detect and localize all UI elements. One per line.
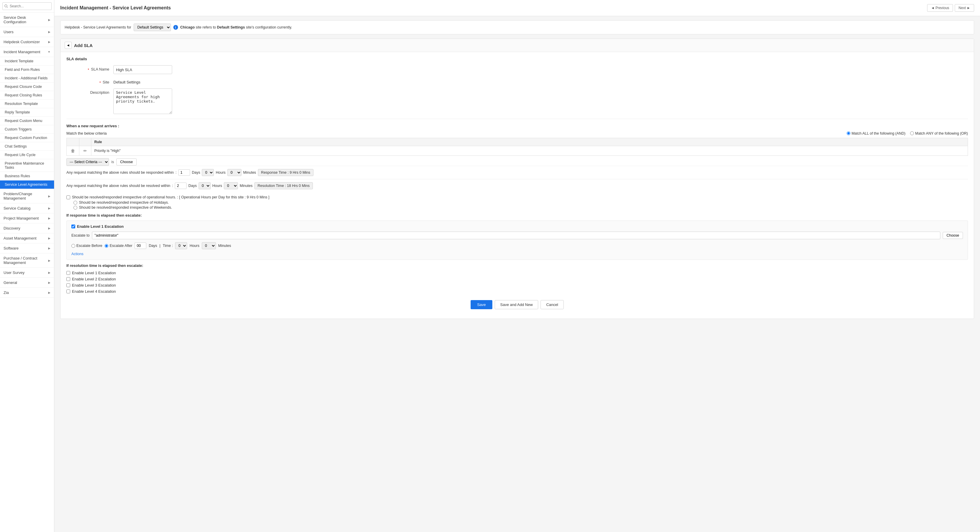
res-esc-checkbox-1[interactable] (67, 271, 70, 275)
sidebar-item-general[interactable]: General▶ (0, 278, 54, 288)
escalate-to-input[interactable] (92, 232, 940, 239)
res-esc-option-2[interactable]: Enable Level 2 Escalation (67, 277, 968, 281)
next-button[interactable]: Next ► (955, 4, 974, 12)
sidebar-item-service-desk-config[interactable]: Service Desk Configuration▶ (0, 13, 54, 27)
choose-criteria-button[interactable]: Choose (116, 158, 137, 166)
escalate-minutes-select[interactable]: 0153045 (202, 242, 216, 249)
hours-label-2: Hours (212, 184, 222, 188)
sidebar-item-preventive-maintenance[interactable]: Preventive Maintenance Tasks (0, 159, 54, 172)
sidebar-item-purchase-contract[interactable]: Purchase / Contract Management▶ (0, 253, 54, 268)
sla-name-input[interactable] (113, 65, 172, 74)
escalate-before-radio[interactable] (72, 244, 75, 248)
response-time-row: Any request matching the above rules sho… (67, 166, 968, 179)
search-input[interactable] (2, 2, 52, 10)
resolve-hours-select[interactable]: 01234 (199, 182, 211, 189)
form-footer: Save Save and Add New Cancel (67, 295, 968, 314)
match-any-option[interactable]: Match ANY of the following (OR) (910, 131, 968, 135)
res-esc-checkbox-2[interactable] (67, 277, 70, 281)
res-esc-label-1: Enable Level 1 Escalation (72, 271, 116, 275)
sidebar-item-chat-settings[interactable]: Chat Settings (0, 142, 54, 151)
sidebar-item-project-management[interactable]: Project Management▶ (0, 213, 54, 223)
escalate-after-label[interactable]: Escalate After (105, 244, 132, 248)
resolve-days-input[interactable] (175, 183, 186, 189)
sidebar-item-zia[interactable]: Zia▶ (0, 288, 54, 298)
resolve-minutes-select[interactable]: 0153045 (224, 182, 238, 189)
chevron-right-icon: ▶ (48, 291, 51, 294)
sidebar-item-problem-change-management[interactable]: Problem/Change Management▶ (0, 189, 54, 203)
match-any-radio[interactable] (910, 131, 914, 135)
actions-link[interactable]: Actions (72, 252, 83, 256)
escalate-before-label[interactable]: Escalate Before (72, 244, 102, 248)
sidebar-item-asset-management[interactable]: Asset Management▶ (0, 233, 54, 244)
sidebar-item-discovery[interactable]: Discovery▶ (0, 223, 54, 233)
sidebar-item-request-closing-rules[interactable]: Request Closing Rules (0, 91, 54, 100)
sidebar-item-incident-additional-fields[interactable]: Incident - Additional Fields (0, 74, 54, 83)
ops-holiday-radio[interactable] (73, 201, 77, 205)
sidebar-item-business-rules[interactable]: Business Rules (0, 172, 54, 180)
operational-hours-section: Should be resolved/responded irrespectiv… (67, 195, 968, 210)
response-minutes-select[interactable]: 0153045 (228, 169, 242, 176)
escalate-days-input[interactable] (135, 242, 146, 249)
previous-button[interactable]: ◄ Previous (927, 4, 953, 12)
sidebar-item-software[interactable]: Software▶ (0, 244, 54, 253)
site-dropdown[interactable]: Default Settings (134, 24, 171, 31)
res-esc-option-1[interactable]: Enable Level 1 Escalation (67, 271, 968, 275)
res-esc-checkbox-3[interactable] (67, 284, 70, 287)
sidebar-item-users[interactable]: Users▶ (0, 27, 54, 37)
sidebar-item-resolution-template[interactable]: Resolution Template (0, 100, 54, 108)
chevron-right-icon: ▶ (48, 207, 51, 210)
info-bar: Helpdesk - Service Level Agreements for … (60, 20, 974, 34)
site-value: Default Settings (113, 78, 140, 84)
sidebar-item-label: Users (3, 30, 14, 34)
ops-main-checkbox-label[interactable]: Should be resolved/responded irrespectiv… (67, 195, 968, 199)
site-label: • Site (67, 78, 113, 84)
main-content: Incident Management - Service Level Agre… (54, 0, 980, 532)
ops-main-checkbox[interactable] (67, 196, 70, 199)
sidebar-item-request-closure-code[interactable]: Request Closure Code (0, 83, 54, 91)
match-all-option[interactable]: Match ALL of the following (AND) (846, 131, 906, 135)
info-bold-text: Default Settings (217, 25, 245, 29)
save-button[interactable]: Save (471, 300, 492, 309)
match-all-radio[interactable] (846, 131, 850, 135)
choose-escalate-button[interactable]: Choose (943, 232, 963, 239)
res-esc-option-4[interactable]: Enable Level 4 Escalation (67, 289, 968, 294)
sidebar-item-helpdesk-customizer[interactable]: Helpdesk Customizer▶ (0, 37, 54, 47)
sidebar-item-service-catalog[interactable]: Service Catalog▶ (0, 203, 54, 213)
sidebar-item-reply-template[interactable]: Reply Template (0, 108, 54, 117)
rule-cell: Priority is "High" (91, 146, 968, 156)
save-and-add-button[interactable]: Save and Add New (495, 300, 538, 309)
sidebar-item-field-form-rules[interactable]: Field and Form Rules (0, 65, 54, 74)
response-hours-select[interactable]: 01234 (202, 169, 214, 176)
cancel-button[interactable]: Cancel (541, 300, 563, 309)
back-button[interactable]: ◄ (65, 42, 72, 49)
match-all-label: Match ALL of the following (AND) (852, 131, 906, 135)
sidebar-item-service-level-agreements[interactable]: Service Level Agreements (0, 180, 54, 189)
sidebar-item-custom-triggers[interactable]: Custom Triggers (0, 125, 54, 134)
response-days-input[interactable] (178, 169, 190, 176)
chevron-right-icon: ▶ (48, 271, 51, 274)
enable-level1-response-checkbox[interactable] (72, 225, 75, 228)
escalate-after-radio[interactable] (105, 244, 108, 248)
sidebar-item-incident-management[interactable]: Incident Management▼ (0, 47, 54, 57)
is-label: is (111, 160, 114, 164)
res-esc-checkbox-4[interactable] (67, 290, 70, 293)
info-bar-text: Chicago site refers to Default Settings … (180, 25, 292, 29)
sidebar-item-incident-template[interactable]: Incident Template (0, 57, 54, 65)
delete-criteria-button[interactable]: 🗑 (70, 148, 76, 154)
sidebar-item-request-custom-function[interactable]: Request Custom Function (0, 134, 54, 142)
sidebar-item-label: Resolution Template (5, 102, 38, 106)
select-criteria-dropdown[interactable]: --- Select Criteria --- (67, 158, 109, 166)
response-escalation-block: Enable Level 1 Escalation Escalate to Ch… (67, 220, 968, 260)
escalate-hours-select[interactable]: 012 (175, 242, 187, 249)
res-esc-option-3[interactable]: Enable Level 3 Escalation (67, 283, 968, 287)
sidebar-item-request-custom-menu[interactable]: Request Custom Menu (0, 117, 54, 125)
minutes-label-2: Minutes (240, 184, 253, 188)
main-card: ◄ Add SLA SLA details • SLA Name • (60, 38, 974, 319)
ops-weekend-radio[interactable] (73, 206, 77, 210)
sidebar-item-user-survey[interactable]: User Survey▶ (0, 268, 54, 278)
ops-holiday-label: Should be resolved/responded irrespectiv… (79, 201, 169, 205)
description-input[interactable]: Service Level Agreements for high priori… (113, 88, 172, 114)
when-arrives-label: When a new request arrives : (67, 124, 968, 128)
edit-criteria-button[interactable]: ✏ (82, 148, 88, 154)
sidebar-item-request-life-cycle[interactable]: Request Life Cycle (0, 151, 54, 159)
